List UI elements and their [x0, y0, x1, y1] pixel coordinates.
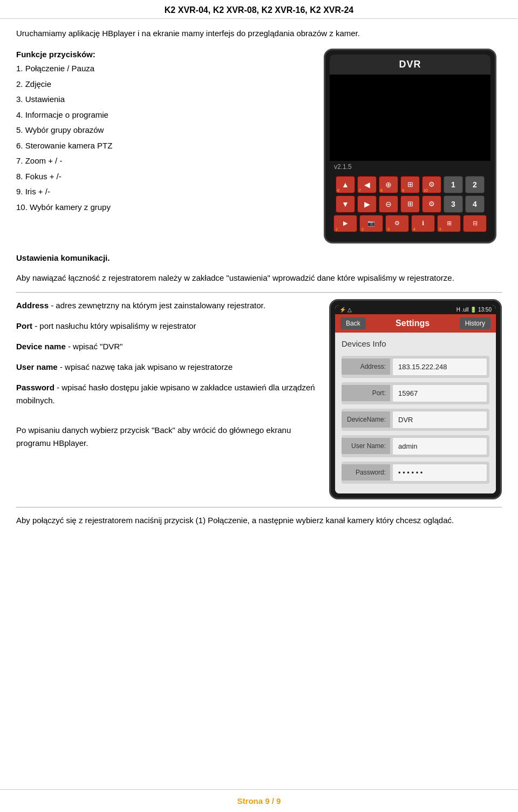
settings-nav-bar: Back Settings History: [335, 314, 496, 333]
gear-icon: [428, 180, 435, 188]
port-desc: Port - port nasłuchu który wpisaliśmy w …: [16, 320, 318, 333]
port-field-label: Port:: [342, 385, 390, 401]
settings-section: Address - adres zewnętrzny na którym jes…: [16, 299, 502, 499]
play-icon: ▶: [343, 220, 347, 227]
dvr-title: DVR: [330, 55, 490, 75]
dvr-phone-container: DVR v2.1.5 6 7: [318, 49, 502, 243]
settings-phone-container: ⚡ △ H .ull 🔋 13:50 Back Settings History…: [329, 299, 502, 499]
arrow-right-btn[interactable]: [357, 195, 377, 213]
page-header: K2 XVR-04, K2 XVR-08, K2 XVR-16, K2 XVR-…: [0, 0, 518, 19]
grid-icon: ⊞: [447, 220, 452, 227]
arrow-up-btn[interactable]: 6: [336, 176, 355, 193]
function-item-6: 6. Sterowanie kamera PTZ: [16, 140, 308, 152]
arrow-left-icon: [364, 180, 370, 189]
info-icon: ℹ: [422, 220, 424, 227]
frame2-icon: [407, 200, 413, 208]
gear2-btn[interactable]: [422, 195, 441, 213]
page-title: K2 XVR-04, K2 XVR-08, K2 XVR-16, K2 XVR-…: [11, 5, 507, 15]
function-item-3: 3. Ustawienia: [16, 93, 308, 106]
intro-text: Uruchamiamy aplikację HBplayer i na ekra…: [16, 28, 502, 40]
communication-text: Aby nawiązać łączność z rejestratorem na…: [16, 272, 502, 285]
port-desc-text: - port nasłuchu który wpisaliśmy w rejes…: [35, 321, 196, 330]
arrow-left-btn[interactable]: 7: [357, 176, 377, 193]
arrow-up-icon: [342, 180, 349, 189]
frame2-btn[interactable]: [400, 195, 420, 213]
arrow-down-icon: [342, 200, 349, 208]
dvr-version: v2.1.5: [330, 161, 490, 173]
function-item-7: 7. Zoom + / -: [16, 155, 308, 167]
devicename-field-value[interactable]: DVR: [392, 411, 487, 429]
grid2-icon: ⊟: [473, 220, 478, 227]
dvr-controls: 6 7 8 9: [330, 173, 490, 238]
info-btn[interactable]: ℹ 4: [411, 215, 435, 232]
separator: [16, 292, 502, 293]
dvr-video-area: [330, 75, 490, 161]
page-footer: Strona 9 / 9: [0, 789, 518, 812]
address-desc-text: - adres zewnętrzny na którym jest zainst…: [51, 301, 265, 310]
control-row-3: ▶ 1 📷 2 ⚙ 3 ℹ: [333, 215, 487, 232]
status-bar: ⚡ △ H .ull 🔋 13:50: [335, 305, 496, 314]
camera-icon: 📷: [367, 220, 375, 227]
history-button[interactable]: History: [460, 317, 490, 329]
back-button[interactable]: Back: [340, 317, 366, 329]
arrow-down-btn[interactable]: [336, 195, 355, 213]
communication-heading: Ustawienia komunikacji.: [16, 252, 502, 265]
function-item-1: 1. Połączenie / Pauza: [16, 63, 308, 75]
function-item-5: 5. Wybór grupy obrazów: [16, 124, 308, 137]
function-item-8: 8. Fokus + /-: [16, 171, 308, 183]
address-field-label: Address:: [342, 358, 390, 375]
control-row-1: 6 7 8 9: [333, 176, 487, 193]
username-field-label: User Name:: [342, 438, 390, 454]
user-name-desc: User name - wpisać nazwę taka jak wpisan…: [16, 361, 318, 374]
back-instruction: Po wpisaniu danych wybierz przycisk "Bac…: [16, 424, 318, 450]
device-name-label-term: Device name: [16, 342, 66, 351]
page-number: Strona 9 / 9: [237, 796, 281, 806]
final-text: Aby połączyć się z rejestratorem naciśni…: [16, 514, 502, 527]
functions-section: Funkcje przycisków: 1. Połączenie / Pauz…: [16, 49, 502, 243]
username-field-value[interactable]: admin: [392, 437, 487, 455]
password-field-label: Password:: [342, 464, 390, 481]
num-1-btn[interactable]: 1: [444, 176, 463, 193]
function-item-2: 2. Zdjęcie: [16, 78, 308, 91]
settings-btn[interactable]: ⚙ 3: [385, 215, 409, 232]
frame-icon: [407, 180, 413, 188]
port-field-value[interactable]: 15967: [392, 384, 487, 402]
num-4-btn[interactable]: 4: [465, 195, 485, 213]
password-label-term: Password: [16, 383, 54, 392]
function-item-4: 4. Informacje o programie: [16, 109, 308, 121]
gear2-icon: [428, 200, 435, 208]
play-btn[interactable]: ▶ 1: [333, 215, 357, 232]
frame-btn[interactable]: 9: [400, 176, 420, 193]
devices-info-title: Devices Info: [342, 338, 489, 350]
address-field-value[interactable]: 183.15.222.248: [392, 358, 487, 376]
address-field-row: Address: 183.15.222.248: [342, 356, 489, 378]
function-item-9: 9. Iris + /-: [16, 186, 308, 198]
zoom-in-icon: [385, 180, 392, 189]
functions-list: Funkcje przycisków: 1. Połączenie / Pauz…: [16, 49, 308, 243]
gear-btn[interactable]: 10: [422, 176, 441, 193]
device-name-desc-text: - wpisać "DVR": [68, 342, 123, 351]
separator-2: [16, 507, 502, 508]
device-name-desc: Device name - wpisać "DVR": [16, 340, 318, 353]
grid2-btn[interactable]: ⊟: [463, 215, 487, 232]
zoom-out-btn[interactable]: [379, 195, 398, 213]
num-2-btn[interactable]: 2: [465, 176, 485, 193]
dvr-phone-mockup: DVR v2.1.5 6 7: [324, 49, 496, 243]
grid-btn[interactable]: ⊞ 5: [437, 215, 461, 232]
password-field-value[interactable]: • • • • • •: [392, 464, 487, 482]
settings-icon: ⚙: [394, 220, 400, 227]
num-3-btn[interactable]: 3: [444, 195, 463, 213]
arrow-right-icon: [364, 200, 370, 208]
functions-heading: Funkcje przycisków:: [16, 49, 308, 61]
password-desc: Password - wpisać hasło dostępu jakie wp…: [16, 381, 318, 407]
address-label-term: Address: [16, 301, 49, 310]
port-label-term: Port: [16, 321, 32, 330]
settings-description: Address - adres zewnętrzny na którym jes…: [16, 299, 318, 499]
camera-btn[interactable]: 📷 2: [359, 215, 383, 232]
password-desc-text: - wpisać hasło dostępu jakie wpisano w z…: [16, 383, 315, 405]
status-bar-left: ⚡ △: [339, 307, 352, 313]
zoom-in-btn[interactable]: 8: [379, 176, 398, 193]
devicename-field-row: DeviceName: DVR: [342, 409, 489, 431]
devicename-field-label: DeviceName:: [342, 411, 390, 428]
user-name-label-term: User name: [16, 362, 58, 371]
